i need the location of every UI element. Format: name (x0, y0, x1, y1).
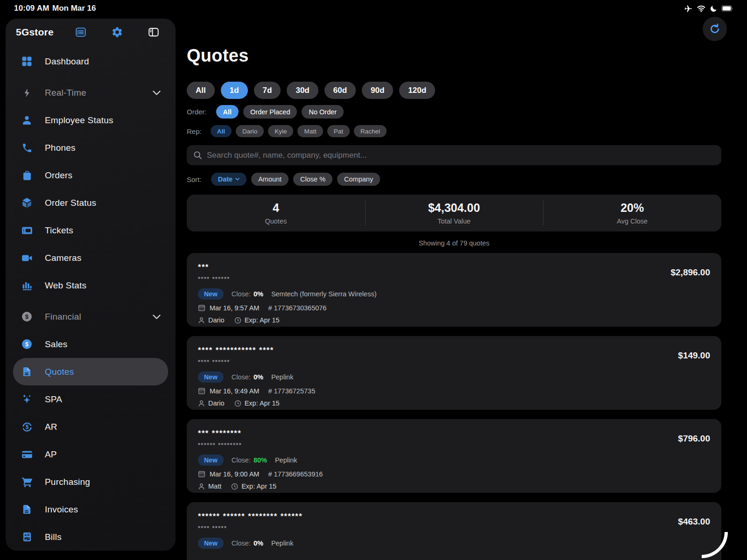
document-icon (21, 503, 33, 516)
summary-quotes-value: 4 (273, 201, 279, 215)
sidebar-item-web-stats[interactable]: Web Stats (13, 272, 168, 299)
person-icon (198, 317, 205, 324)
rep-filter-label: Rep: (187, 127, 202, 135)
quote-card[interactable]: *** ******** ****** ******** New Close: … (187, 419, 721, 493)
sidebar-item-employee-status[interactable]: Employee Status (13, 106, 168, 134)
cube-icon (21, 196, 33, 209)
time-filter-chip-7d[interactable]: 7d (254, 82, 281, 99)
refresh-icon (709, 23, 721, 35)
chevron-down-icon (235, 178, 240, 181)
sidebar-item-spa[interactable]: SPA (13, 385, 168, 413)
company-name: Peplink (271, 539, 294, 547)
sidebar-item-label: Quotes (45, 367, 74, 377)
sidebar-item-label: Financial (45, 312, 81, 322)
svg-text:$: $ (25, 341, 28, 348)
close-value: 0% (254, 539, 263, 547)
quote-title: ****** ****** ******** ****** (198, 512, 710, 521)
person-icon (198, 400, 205, 407)
sidebar-item-ar[interactable]: $ AR (13, 413, 168, 441)
sidebar-item-invoices[interactable]: Invoices (13, 496, 168, 523)
order-filter-chip-no-order[interactable]: No Order (302, 105, 344, 119)
sidebar-item-label: SPA (45, 394, 62, 405)
svg-text:$: $ (25, 424, 28, 430)
sort-chip-amount[interactable]: Amount (251, 173, 289, 186)
sidebar-header: 5Gstore (6, 19, 176, 40)
close-label: Close: (232, 456, 251, 464)
time-filter-chip-all[interactable]: All (187, 82, 215, 99)
status-date: Mon Mar 16 (52, 4, 96, 13)
sort-row: Sort: Date Amount Close % Company (187, 173, 380, 186)
sort-chip-date[interactable]: Date (211, 173, 247, 186)
sidebar-item-label: Employee Status (45, 115, 113, 126)
sidebar-item-dashboard[interactable]: Dashboard (13, 48, 168, 75)
time-filter-chip-60d[interactable]: 60d (324, 82, 356, 99)
rep-filter-chip-pat[interactable]: Pat (327, 125, 350, 137)
sidebar-item-label: AP (45, 449, 57, 460)
close-value: 0% (254, 290, 263, 298)
quote-card[interactable]: ****** ****** ******** ****** **** *****… (187, 502, 721, 560)
quote-rep: Dario (208, 399, 225, 407)
sidebar-item-ap[interactable]: AP (13, 441, 168, 468)
list-panel-icon[interactable] (75, 26, 87, 38)
order-filter-row: Order: All Order Placed No Order (187, 105, 344, 119)
status-badge: New (198, 455, 224, 466)
summary-card: 4 Quotes $4,304.00 Total Value 20% Avg C… (187, 195, 721, 231)
sort-chip-company[interactable]: Company (337, 173, 380, 186)
sidebar-item-label: Purchasing (45, 477, 90, 487)
sidebar-item-bills[interactable]: A Bills (13, 523, 168, 551)
rep-filter-chip-dario[interactable]: Dario (236, 125, 264, 137)
search-input[interactable] (207, 151, 715, 160)
sidebar-item-order-status[interactable]: Order Status (13, 189, 168, 217)
svg-text:A: A (24, 533, 27, 537)
quote-rep: Dario (208, 316, 225, 324)
order-filter-chip-all[interactable]: All (216, 105, 239, 119)
bag-icon (21, 169, 33, 182)
time-filter-chip-120d[interactable]: 120d (399, 82, 435, 99)
sidebar-item-real-time[interactable]: Real-Time (13, 79, 168, 106)
time-filter-chip-30d[interactable]: 30d (287, 82, 318, 99)
time-filter-chip-1d[interactable]: 1d (221, 82, 248, 99)
quote-subtitle: **** ****** (198, 359, 710, 365)
quote-datetime: Mar 16, 9:49 AM (210, 387, 259, 395)
sidebar-item-label: Invoices (45, 504, 78, 515)
summary-quotes: 4 Quotes (187, 195, 365, 231)
sidebar-item-sales[interactable]: $ Sales (13, 330, 168, 358)
sidebar-item-purchasing[interactable]: Purchasing (13, 468, 168, 496)
dollar-circle-icon: $ (21, 310, 33, 323)
sparkles-icon (21, 393, 33, 406)
order-filter-chip-order-placed[interactable]: Order Placed (243, 105, 297, 119)
summary-avg-close: 20% Avg Close (543, 195, 721, 231)
quote-amount: $149.00 (678, 350, 710, 361)
summary-total: $4,304.00 Total Value (365, 195, 543, 231)
order-filter-label: Order: (187, 108, 207, 116)
time-filter-chip-90d[interactable]: 90d (362, 82, 393, 99)
clock-icon (231, 483, 238, 490)
rep-filter-chip-kyle[interactable]: Kyle (268, 125, 293, 137)
sidebar-item-financial[interactable]: $ Financial (13, 303, 168, 330)
rep-filter-chip-matt[interactable]: Matt (297, 125, 323, 137)
person-icon (198, 483, 205, 490)
clock-icon (234, 400, 241, 407)
sidebar-toggle-icon[interactable] (148, 26, 160, 38)
sidebar-item-cameras[interactable]: Cameras (13, 244, 168, 272)
quote-expiry: Exp: Apr 15 (241, 483, 276, 490)
rep-filter-chip-rachel[interactable]: Rachel (354, 125, 387, 137)
sidebar-item-tickets[interactable]: Tickets (13, 217, 168, 244)
rep-filter-chip-all[interactable]: All (211, 125, 232, 137)
gear-icon[interactable] (111, 26, 123, 38)
sidebar-nav: Dashboard Real-Time Employee Status Phon… (6, 40, 176, 551)
dollar-refresh-icon: $ (21, 420, 33, 433)
search-icon (193, 151, 202, 160)
sidebar-item-phones[interactable]: Phones (13, 134, 168, 161)
person-icon (21, 114, 33, 126)
sidebar-item-orders[interactable]: Orders (13, 161, 168, 189)
status-bar: 10:09 AM Mon Mar 16 (0, 0, 747, 16)
sidebar-item-label: Tickets (45, 225, 73, 236)
page-title: Quotes (187, 46, 249, 66)
quote-card[interactable]: **** *********** **** **** ****** New Cl… (187, 336, 721, 410)
sidebar-item-quotes[interactable]: Quotes (13, 358, 168, 385)
quote-card[interactable]: *** **** ****** New Close: 0% Semtech (f… (187, 253, 721, 327)
sort-chip-close[interactable]: Close % (293, 173, 332, 186)
refresh-button[interactable] (703, 17, 727, 41)
search-bar (187, 145, 721, 165)
